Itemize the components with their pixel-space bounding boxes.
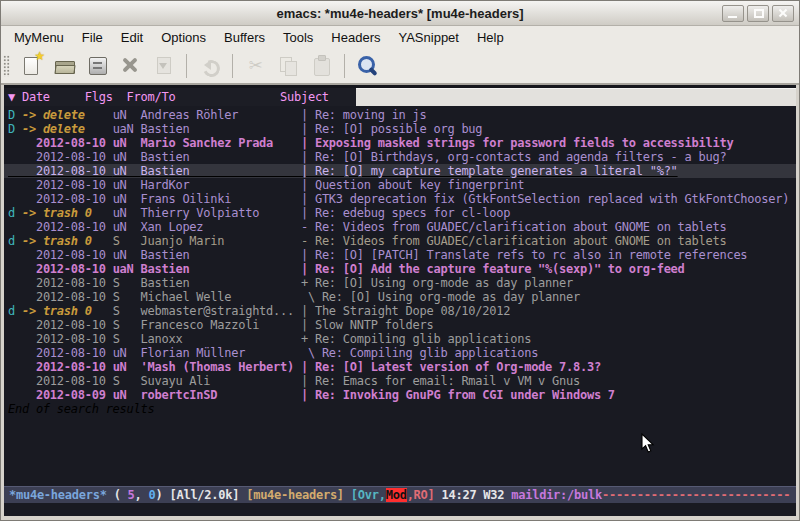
tool-bar: ✂	[1, 48, 799, 85]
message-row[interactable]: 2012-08-10 S Lanoxx + Re: Compiling glib…	[4, 332, 796, 346]
window-title: emacs: *mu4e-headers* [mu4e-headers]	[276, 6, 523, 21]
close-button[interactable]	[772, 5, 794, 22]
maximize-button[interactable]	[747, 5, 769, 22]
save-as-icon	[150, 52, 177, 79]
message-row[interactable]: d -> trash 0 S Juanjo Marin - Re: Videos…	[4, 234, 796, 248]
message-row[interactable]: 2012-08-10 uN HardKor | Question about k…	[4, 178, 796, 192]
message-row[interactable]: d -> trash 0 S webmaster@straightd... | …	[4, 304, 796, 318]
message-row[interactable]: 2012-08-10 uN Florian Müllner \ Re: Comp…	[4, 346, 796, 360]
headers-header-line: ▼ Date Flgs From/To Subject	[4, 85, 796, 106]
emacs-buffer-area: ▼ Date Flgs From/To Subject D -> delete …	[4, 85, 796, 516]
cut-icon: ✂	[242, 52, 269, 79]
menu-item-help[interactable]: Help	[468, 28, 513, 47]
menu-bar: MyMenuFileEditOptionsBuffersToolsHeaders…	[1, 26, 799, 48]
message-row[interactable]: 2012-08-10 uN Mario Sanchez Prada | Expo…	[4, 136, 796, 150]
message-list: D -> delete uN Andreas Röhler | Re: movi…	[4, 106, 796, 402]
undo-icon	[196, 52, 223, 79]
message-row[interactable]: 2012-08-10 S Suvayu Ali | Re: Emacs for …	[4, 374, 796, 388]
menu-item-mymenu[interactable]: MyMenu	[5, 28, 73, 47]
toolbar-separator	[186, 54, 187, 78]
message-row[interactable]: 2012-08-10 uN Frans Oilinki | GTK3 depre…	[4, 192, 796, 206]
message-row[interactable]: 2012-08-10 S Michael Welle \ Re: [O] Usi…	[4, 290, 796, 304]
message-row[interactable]: 2012-08-10 uN Bastien | Re: [O] [PATCH] …	[4, 248, 796, 262]
menu-item-buffers[interactable]: Buffers	[215, 28, 274, 47]
toolbar-separator	[344, 54, 345, 78]
message-row[interactable]: D -> delete uaN Bastien | Re: [O] possib…	[4, 122, 796, 136]
message-row[interactable]: 2012-08-10 uN Bastien | Re: [O] Birthday…	[4, 150, 796, 164]
menu-item-tools[interactable]: Tools	[274, 28, 322, 47]
message-row[interactable]: 2012-08-10 S Francesco Mazzoli | Slow NN…	[4, 318, 796, 332]
paste-icon	[308, 52, 335, 79]
menu-item-file[interactable]: File	[73, 28, 112, 47]
menu-item-yasnippet[interactable]: YASnippet	[389, 28, 467, 47]
open-folder-icon[interactable]	[51, 52, 78, 79]
message-row[interactable]: d -> trash 0 uN Thierry Volpiatto | Re: …	[4, 206, 796, 220]
message-row[interactable]: 2012-08-10 uN 'Mash (Thomas Herbert) | R…	[4, 360, 796, 374]
end-of-search-results: End of search results	[4, 402, 796, 416]
mode-line: *mu4e-headers* ( 5, 0) [All/2.0k] [mu4e-…	[4, 486, 796, 503]
message-row[interactable]: 2012-08-09 uN robertcInSD | Re: Invoking…	[4, 388, 796, 402]
save-file-icon[interactable]	[84, 52, 111, 79]
message-row[interactable]: 2012-08-10 uaN Bastien | Re: [O] Add the…	[4, 262, 796, 276]
header-line-columns: ▼ Date Flgs From/To Subject	[4, 88, 356, 106]
menu-item-options[interactable]: Options	[152, 28, 215, 47]
message-row[interactable]: D -> delete uN Andreas Röhler | Re: movi…	[4, 108, 796, 122]
emacs-window: emacs: *mu4e-headers* [mu4e-headers] MyM…	[0, 0, 800, 521]
copy-icon	[275, 52, 302, 79]
new-file-icon[interactable]	[18, 52, 45, 79]
message-row[interactable]: 2012-08-10 uN Xan Lopez - Re: Videos fro…	[4, 220, 796, 234]
menu-item-edit[interactable]: Edit	[112, 28, 152, 47]
minimize-button[interactable]	[722, 5, 744, 22]
message-row-current[interactable]: 2012-08-10 uN Bastien | Re: [O] my captu…	[4, 164, 796, 178]
buffer-empty-space	[4, 416, 796, 486]
menu-item-headers[interactable]: Headers	[322, 28, 389, 47]
toolbar-separator	[232, 54, 233, 78]
minibuffer[interactable]	[4, 503, 796, 516]
message-row[interactable]: 2012-08-10 S Bastien + Re: [O] Using org…	[4, 276, 796, 290]
toolbar-drag-handle[interactable]	[3, 55, 10, 77]
search-icon[interactable]	[354, 52, 381, 79]
close-buffer-icon[interactable]	[117, 52, 144, 79]
window-buttons	[722, 5, 794, 22]
title-bar: emacs: *mu4e-headers* [mu4e-headers]	[1, 1, 799, 26]
